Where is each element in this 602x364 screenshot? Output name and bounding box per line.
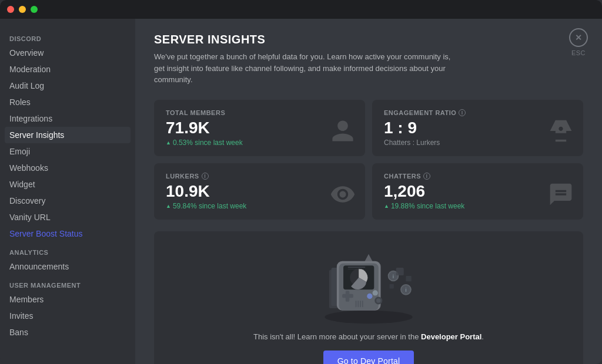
stat-card-lurkers: LURKERS i 10.9K 59.84% since last week (154, 163, 365, 220)
page-description: We've put together a bunch of helpful da… (154, 51, 460, 86)
esc-button[interactable]: ✕ ESC (569, 28, 588, 56)
svg-point-12 (367, 293, 372, 298)
sidebar: DISCORD Overview Moderation Audit Log Ro… (0, 19, 135, 364)
minimize-button[interactable] (19, 6, 26, 13)
stat-card-chatters: CHATTERS i 1,206 19.88% since last week (372, 163, 583, 220)
svg-point-28 (376, 298, 380, 302)
close-button[interactable] (7, 6, 14, 13)
chat-icon (548, 181, 574, 213)
svg-rect-15 (357, 301, 359, 307)
sidebar-item-bans[interactable]: Bans (5, 324, 131, 341)
svg-point-13 (373, 290, 378, 295)
stat-sub-engagement-ratio: Chatters : Lurkers (384, 139, 571, 147)
sidebar-item-members[interactable]: Members (5, 291, 131, 308)
stat-card-engagement-ratio: ENGAGEMENT RATIO i 1 : 9 Chatters : Lurk… (372, 100, 583, 156)
section-label-discord: DISCORD (5, 28, 131, 45)
stat-change-chatters: 19.88% since last week (384, 202, 571, 210)
sidebar-item-vanity-url[interactable]: Vanity URL (5, 209, 131, 225)
stat-value-engagement-ratio: 1 : 9 (384, 119, 571, 137)
stat-change-total-members: 0.53% since last week (166, 139, 353, 147)
eye-icon (330, 181, 356, 213)
stat-value-lurkers: 10.9K (166, 182, 353, 201)
sidebar-item-discovery[interactable]: Discovery (5, 193, 131, 209)
svg-text:i: i (393, 273, 394, 279)
gameboy-svg: i i (286, 243, 451, 325)
stat-label-engagement-ratio: ENGAGEMENT RATIO i (384, 109, 571, 116)
app-body: DISCORD Overview Moderation Audit Log Ro… (0, 19, 602, 364)
sidebar-item-server-boost-status[interactable]: Server Boost Status (5, 225, 131, 242)
svg-rect-24 (396, 268, 404, 275)
stat-card-total-members: TOTAL MEMBERS 71.9K 0.53% since last wee… (154, 100, 365, 156)
sidebar-item-webhooks[interactable]: Webhooks (5, 160, 131, 176)
window-chrome (0, 0, 602, 19)
esc-icon[interactable]: ✕ (569, 28, 588, 47)
section-label-user-management: USER MANAGEMENT (5, 275, 131, 291)
scale-icon (548, 118, 574, 149)
svg-rect-8 (348, 267, 366, 268)
sidebar-item-integrations[interactable]: Integrations (5, 110, 131, 127)
sidebar-item-audit-log[interactable]: Audit Log (5, 77, 131, 94)
sidebar-item-invites[interactable]: Invites (5, 308, 131, 324)
sidebar-item-emoji[interactable]: Emoji (5, 143, 131, 160)
svg-rect-14 (356, 301, 357, 307)
promo-illustration: i i (286, 243, 451, 325)
sidebar-item-moderation[interactable]: Moderation (5, 61, 131, 77)
svg-point-0 (325, 310, 412, 323)
sidebar-item-server-insights[interactable]: Server Insights (5, 127, 131, 143)
stat-value-total-members: 71.9K (166, 119, 353, 137)
svg-rect-26 (389, 284, 393, 288)
svg-text:i: i (406, 287, 407, 293)
sidebar-item-announcements[interactable]: Announcements (5, 258, 131, 275)
stat-label-total-members: TOTAL MEMBERS (166, 109, 353, 116)
promo-section: i i This isn't all! Learn mor (154, 231, 583, 365)
page-title: SERVER INSIGHTS (154, 33, 583, 46)
info-icon-engagement[interactable]: i (459, 109, 466, 116)
stat-value-chatters: 1,206 (384, 182, 571, 201)
stat-label-chatters: CHATTERS i (384, 173, 571, 180)
dev-portal-button[interactable]: Go to Dev Portal (323, 350, 414, 365)
section-label-analytics: ANALYTICS (5, 242, 131, 258)
svg-rect-25 (406, 276, 411, 281)
svg-rect-9 (348, 268, 361, 269)
sidebar-item-overview[interactable]: Overview (5, 45, 131, 61)
main-content: ✕ ESC SERVER INSIGHTS We've put together… (135, 19, 602, 364)
sidebar-item-roles[interactable]: Roles (5, 94, 131, 110)
stat-label-lurkers: LURKERS i (166, 173, 353, 180)
info-icon-chatters[interactable]: i (423, 173, 430, 180)
svg-rect-16 (360, 301, 361, 307)
svg-rect-17 (362, 301, 363, 307)
promo-text: This isn't all! Learn more about your se… (253, 332, 484, 341)
sidebar-item-widget[interactable]: Widget (5, 176, 131, 193)
stat-change-lurkers: 59.84% since last week (166, 202, 353, 210)
maximize-button[interactable] (31, 6, 38, 13)
stats-grid: TOTAL MEMBERS 71.9K 0.53% since last wee… (154, 100, 583, 220)
svg-marker-1 (364, 254, 373, 262)
svg-rect-11 (346, 291, 350, 302)
info-icon-lurkers[interactable]: i (202, 173, 209, 180)
esc-label: ESC (571, 49, 586, 56)
person-icon (330, 118, 356, 149)
